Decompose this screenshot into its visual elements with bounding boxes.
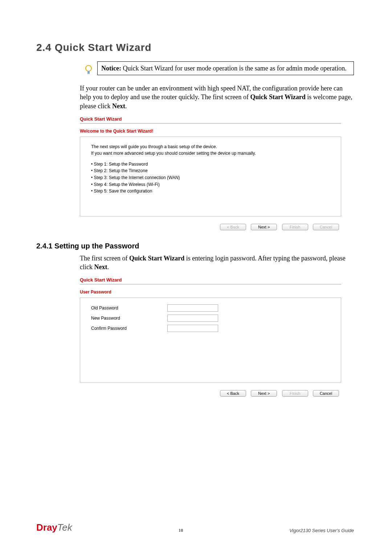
notice-box: Notice: Quick Start Wizard for user mode… [97, 61, 354, 75]
new-password-row: New Password [91, 315, 330, 322]
new-password-label: New Password [91, 316, 167, 321]
new-password-input[interactable] [167, 315, 218, 322]
confirm-password-row: Confirm Password [91, 325, 330, 332]
old-password-input[interactable] [167, 304, 218, 312]
back-button[interactable]: < Back [220, 390, 246, 397]
wizard2-button-row: < Back Next > Finish Cancel [80, 390, 341, 397]
notice-label: Notice: [101, 65, 121, 72]
svg-rect-1 [87, 71, 90, 73]
wizard2-title: Quick Start Wizard [80, 275, 341, 284]
wizard-password-panel: Quick Start Wizard User Password Old Pas… [80, 275, 341, 397]
section-heading: 2.4 Quick Start Wizard [36, 42, 354, 53]
pwpara-post: . [107, 263, 109, 271]
password-paragraph: The first screen of Quick Start Wizard i… [80, 254, 354, 272]
cancel-button: Cancel [313, 224, 339, 230]
cancel-button[interactable]: Cancel [313, 390, 339, 397]
notice-row: Notice: Quick Start Wizard for user mode… [80, 61, 354, 79]
intro-bold1: Quick Start Wizard [250, 93, 305, 101]
intro-bold2: Next [112, 102, 125, 110]
next-button[interactable]: Next > [251, 224, 277, 230]
next-button[interactable]: Next > [251, 390, 277, 397]
finish-button: Finish [282, 390, 308, 397]
wizard2-content: Old Password New Password Confirm Passwo… [80, 297, 341, 383]
wizard1-button-row: < Back Next > Finish Cancel [80, 224, 341, 230]
pwpara-bold2: Next [94, 263, 107, 271]
finish-button: Finish [282, 224, 308, 230]
wizard1-subtitle: Welcome to the Quick Start Wizard! [80, 129, 341, 134]
confirm-password-label: Confirm Password [91, 326, 167, 331]
wizard1-step: Step 1: Setup the Password [91, 161, 330, 168]
confirm-password-input[interactable] [167, 325, 218, 332]
wizard-welcome-panel: Quick Start Wizard Welcome to the Quick … [80, 114, 341, 230]
subsection-heading: 2.4.1 Setting up the Password [36, 242, 354, 250]
wizard1-step: Step 4: Setup the Wireless (Wi-Fi) [91, 181, 330, 188]
intro-post: . [125, 102, 127, 110]
wizard1-intro-line2: If you want more advanced setup you shou… [91, 150, 330, 157]
wizard2-subtitle: User Password [80, 289, 341, 295]
intro-paragraph: If your router can be under an environme… [80, 84, 354, 110]
pwpara-pre: The first screen of [80, 255, 129, 262]
back-button: < Back [220, 224, 246, 230]
wizard1-intro: The next steps will guide you through a … [91, 143, 330, 157]
wizard1-intro-line1: The next steps will guide you through a … [91, 143, 330, 150]
notice-text: Quick Start Wizard for user mode operati… [121, 65, 347, 72]
page-footer: DrayTek 18 Vigor2130 Series User's Guide [36, 522, 354, 533]
wizard1-content: The next steps will guide you through a … [80, 137, 341, 216]
guide-title: Vigor2130 Series User's Guide [289, 528, 354, 533]
svg-point-0 [86, 65, 91, 71]
brand-left: Dray [36, 522, 57, 533]
page-number: 18 [178, 527, 183, 533]
wizard1-steps: Step 1: Setup the Password Step 2: Setup… [91, 161, 330, 195]
wizard1-step: Step 2: Setup the Timezone [91, 167, 330, 174]
old-password-row: Old Password [91, 304, 330, 312]
wizard1-step: Step 5: Save the configuration [91, 188, 330, 195]
wizard1-title: Quick Start Wizard [80, 114, 341, 123]
brand-logo: DrayTek [36, 522, 72, 533]
old-password-label: Old Password [91, 305, 167, 311]
brand-right: Tek [57, 522, 72, 533]
wizard1-step: Step 3: Setup the Internet connection (W… [91, 174, 330, 181]
tip-bulb-icon [80, 61, 97, 79]
pwpara-bold1: Quick Start Wizard [129, 255, 184, 262]
